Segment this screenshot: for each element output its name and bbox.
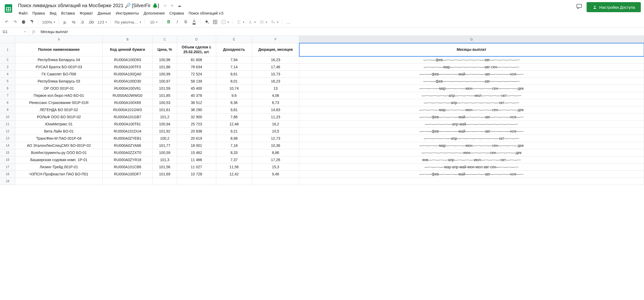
- header-cell[interactable]: Доходность: [216, 43, 252, 56]
- row-header[interactable]: 1: [0, 43, 15, 56]
- data-cell[interactable]: 10,5: [252, 128, 299, 135]
- data-cell[interactable]: 8,33: [216, 149, 252, 156]
- data-cell[interactable]: 8,61: [216, 71, 252, 78]
- column-header-F[interactable]: F: [252, 36, 299, 43]
- data-cell[interactable]: RU000A101CB6: [103, 163, 153, 171]
- more-toolbar-button[interactable]: …: [284, 18, 292, 26]
- fill-color-button[interactable]: [203, 18, 211, 26]
- data-cell[interactable]: 101,92: [153, 128, 177, 135]
- strikethrough-button[interactable]: S: [182, 18, 190, 26]
- column-header-B[interactable]: B: [103, 36, 153, 43]
- data-cell[interactable]: 7,94: [216, 56, 252, 63]
- data-cell[interactable]: Ренессанс Страхование 001P-01R: [15, 99, 103, 106]
- menu-инструменты[interactable]: Инструменты: [114, 10, 141, 16]
- row-header[interactable]: 18: [0, 171, 15, 178]
- data-cell[interactable]: 101,3: [153, 156, 177, 163]
- row-header[interactable]: 6: [0, 85, 15, 92]
- data-cell[interactable]: RU000A100T81: [103, 121, 153, 128]
- column-header-G[interactable]: G: [299, 36, 644, 43]
- text-color-button[interactable]: A: [190, 18, 198, 26]
- data-cell[interactable]: 13: [252, 85, 299, 92]
- data-cell[interactable]: —---—---—---—---—---—-июн—---—---—-сен—-…: [299, 149, 644, 156]
- data-cell[interactable]: [299, 178, 644, 185]
- data-cell[interactable]: 9,21: [216, 128, 252, 135]
- data-cell[interactable]: 10,73: [252, 71, 299, 78]
- header-cell[interactable]: Месяцы выплат: [299, 43, 644, 56]
- document-title[interactable]: Поиск ликвидных облигаций на Мосбирже 20…: [16, 2, 161, 9]
- data-cell[interactable]: —---—-фев—---—---—-май—---—---—-авг—---—…: [299, 71, 644, 78]
- data-cell[interactable]: —---—---—-мар—---—---—---—---—-авг-сен—-…: [299, 63, 644, 71]
- number-format-dropdown[interactable]: 123: [96, 18, 108, 26]
- data-cell[interactable]: —---—-фев—---—---—-май—---—---—-авг—---—…: [299, 128, 644, 135]
- row-header[interactable]: 10: [0, 113, 15, 121]
- menu-файл[interactable]: Файл: [16, 10, 30, 16]
- data-cell[interactable]: 100,97: [153, 78, 177, 85]
- data-cell[interactable]: RU000A100QA0: [103, 71, 153, 78]
- data-cell[interactable]: 6,73: [252, 99, 299, 106]
- data-cell[interactable]: 101,61: [153, 106, 177, 113]
- data-cell[interactable]: 20 619: [177, 135, 216, 142]
- vertical-align-button[interactable]: [246, 18, 257, 26]
- data-cell[interactable]: —---—---—-мар—---—---—-июн—---—---—-сен—…: [299, 142, 644, 149]
- data-cell[interactable]: 101,86: [153, 63, 177, 71]
- row-header[interactable]: 13: [0, 135, 15, 142]
- data-cell[interactable]: 15,3: [252, 163, 299, 171]
- row-header[interactable]: 11: [0, 121, 15, 128]
- data-cell[interactable]: RU000A101GW3: [103, 106, 153, 113]
- data-cell[interactable]: 25 723: [177, 121, 216, 128]
- menu-формат[interactable]: Формат: [78, 10, 95, 16]
- data-cell[interactable]: 100,96: [153, 56, 177, 63]
- data-cell[interactable]: янв—---—---—-апр—---—---—-июл—---—---—-о…: [299, 156, 644, 163]
- data-cell[interactable]: —---—---—---—-апр—---—---—-июл—---—---—-…: [299, 92, 644, 99]
- data-cell[interactable]: 18 001: [177, 142, 216, 149]
- data-cell[interactable]: ГК Самолет БО-П06: [15, 71, 103, 78]
- data-cell[interactable]: 9,46: [252, 171, 299, 178]
- data-cell[interactable]: Республика Беларусь 04: [15, 56, 103, 63]
- merge-cells-button[interactable]: [220, 18, 230, 26]
- data-cell[interactable]: ЛЕГЕНДА БО 001Р-02: [15, 106, 103, 113]
- data-cell[interactable]: 11,56: [216, 163, 252, 171]
- percent-format-button[interactable]: %: [70, 18, 78, 26]
- data-cell[interactable]: 12,42: [216, 171, 252, 178]
- row-header[interactable]: 16: [0, 156, 15, 163]
- row-header[interactable]: 17: [0, 163, 15, 171]
- font-dropdown[interactable]: По умолча…: [113, 18, 143, 26]
- header-cell[interactable]: Объем сделок с 25.02.2021, шт.: [177, 43, 216, 56]
- data-cell[interactable]: [177, 178, 216, 185]
- data-cell[interactable]: 72 524: [177, 71, 216, 78]
- data-cell[interactable]: —---—---—---—-апр-май—---—---—---—---—--…: [299, 121, 644, 128]
- data-cell[interactable]: 9,6: [216, 92, 252, 99]
- data-cell[interactable]: 17,46: [252, 63, 299, 71]
- row-header[interactable]: 4: [0, 71, 15, 78]
- data-cell[interactable]: 16,2: [252, 121, 299, 128]
- sheets-logo[interactable]: [3, 3, 14, 14]
- menu-правка[interactable]: Правка: [30, 10, 47, 16]
- data-cell[interactable]: 14,83: [252, 106, 299, 113]
- name-box[interactable]: G1: [0, 28, 29, 35]
- data-cell[interactable]: [252, 178, 299, 185]
- borders-button[interactable]: [211, 18, 219, 26]
- select-all-corner[interactable]: [0, 36, 15, 43]
- data-cell[interactable]: 17,26: [252, 156, 299, 163]
- header-cell[interactable]: Код ценной бумаги: [103, 43, 153, 56]
- column-header-D[interactable]: D: [177, 36, 216, 43]
- data-cell[interactable]: 10,74: [216, 85, 252, 92]
- row-header[interactable]: 3: [0, 63, 15, 71]
- data-cell[interactable]: 11,23: [252, 113, 299, 121]
- data-cell[interactable]: ВсеИнструменты.ру ООО БО-01: [15, 149, 103, 156]
- data-cell[interactable]: 9,81: [216, 106, 252, 113]
- data-cell[interactable]: 38 512: [177, 99, 216, 106]
- data-cell[interactable]: ЧЗПСН-Профнастил ПАО БО-П01: [15, 171, 103, 178]
- data-cell[interactable]: RU000A100D30: [103, 78, 153, 85]
- data-cell[interactable]: 7,86: [216, 113, 252, 121]
- data-cell[interactable]: [15, 178, 103, 185]
- data-cell[interactable]: —---—---—-мар—---—---—-июн—---—---—-сен—…: [299, 85, 644, 92]
- data-cell[interactable]: 100,53: [153, 99, 177, 106]
- undo-button[interactable]: ↶: [3, 18, 11, 26]
- data-cell[interactable]: 20 838: [177, 128, 216, 135]
- data-cell[interactable]: 16,23: [252, 78, 299, 85]
- menu-поиск-облигаций-v-5[interactable]: Поиск облигаций v.5: [187, 10, 226, 16]
- data-cell[interactable]: 16,23: [252, 56, 299, 63]
- data-cell[interactable]: —---—-фев—---—---—-май—---—---—-авг—---—…: [299, 171, 644, 178]
- column-header-E[interactable]: E: [216, 36, 252, 43]
